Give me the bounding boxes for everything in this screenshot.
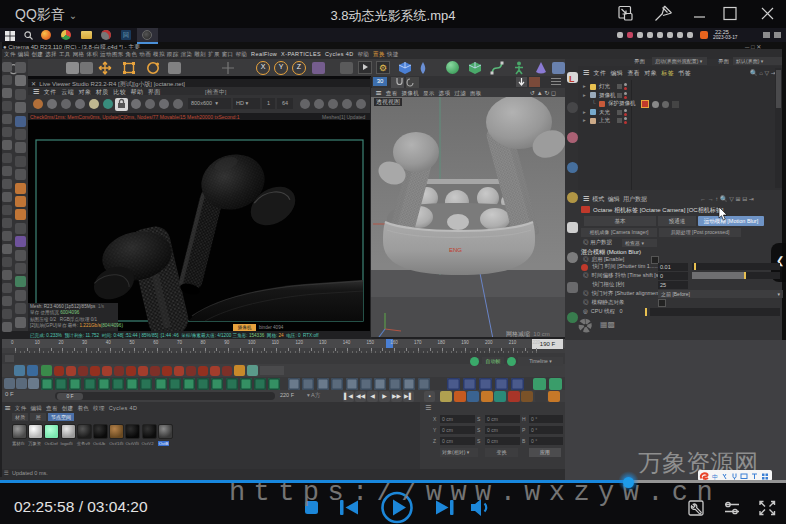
svg-text:ENG: ENG xyxy=(449,247,462,253)
